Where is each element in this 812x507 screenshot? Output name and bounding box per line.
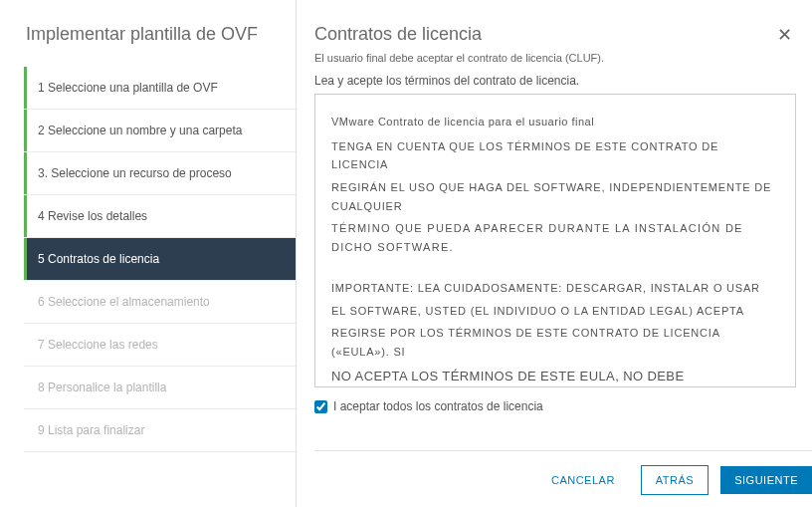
cancel-button[interactable]: CANCELAR: [537, 466, 629, 494]
step-label: 3. Seleccione un recurso de proceso: [38, 166, 232, 180]
step-4[interactable]: 4 Revise los detalles: [24, 195, 296, 238]
step-label: 6 Seleccione el almacenamiento: [38, 295, 210, 309]
main-panel: Contratos de licencia ✕ El usuario final…: [297, 0, 812, 507]
spacer: [331, 261, 779, 279]
license-line: REGIRSE POR LOS TÉRMINOS DE ESTE CONTRAT…: [331, 324, 779, 361]
step-label: 1 Seleccione una plantilla de OVF: [38, 81, 218, 95]
step-6: 6 Seleccione el almacenamiento: [24, 281, 296, 324]
step-3[interactable]: 3. Seleccione un recurso de proceso: [24, 152, 296, 195]
step-label: 7 Seleccione las redes: [38, 338, 158, 352]
step-2[interactable]: 2 Seleccione un nombre y una carpeta: [24, 110, 296, 152]
license-line: NO ACEPTA LOS TÉRMINOS DE ESTE EULA, NO …: [331, 366, 779, 387]
license-line: IMPORTANTE: LEA CUIDADOSAMENTE: DESCARGA…: [331, 279, 779, 298]
accept-label: I aceptar todos los contratos de licenci…: [333, 399, 543, 413]
step-7: 7 Seleccione las redes: [24, 324, 296, 367]
step-8: 8 Personalice la plantilla: [24, 367, 296, 409]
accept-checkbox[interactable]: [314, 400, 327, 413]
step-label: 8 Personalice la plantilla: [38, 380, 166, 394]
step-label: 5 Contratos de licencia: [38, 252, 159, 266]
step-label: 2 Seleccione un nombre y una carpeta: [38, 124, 242, 137]
wizard-steps: 1 Seleccione una plantilla de OVF 2 Sele…: [24, 67, 296, 452]
wizard-sidebar: Implementar plantilla de OVF 1 Seleccion…: [0, 0, 297, 507]
step-label: 4 Revise los detalles: [38, 209, 147, 223]
accept-row: I aceptar todos los contratos de licenci…: [314, 399, 796, 413]
step-5[interactable]: 5 Contratos de licencia: [24, 238, 296, 281]
step-label: 9 Lista para finalizar: [38, 423, 144, 437]
main-header: Contratos de licencia ✕: [314, 24, 796, 46]
close-icon[interactable]: ✕: [773, 24, 796, 46]
license-line: TÉRMINO QUE PUEDA APARECER DURANTE LA IN…: [331, 219, 779, 256]
instruction-text: Lea y acepte los términos del contrato d…: [314, 74, 796, 88]
license-line: TENGA EN CUENTA QUE LOS TÉRMINOS DE ESTE…: [331, 137, 779, 174]
license-heading: VMware Contrato de licencia para el usua…: [331, 113, 779, 131]
page-subtitle: El usuario final debe aceptar el contrat…: [314, 52, 796, 64]
wizard-title: Implementar plantilla de OVF: [24, 24, 296, 45]
license-line: REGIRÁN EL USO QUE HAGA DEL SOFTWARE, IN…: [331, 178, 779, 215]
step-1[interactable]: 1 Seleccione una plantilla de OVF: [24, 67, 296, 110]
license-line: EL SOFTWARE, USTED (EL INDIVIDUO O LA EN…: [331, 302, 779, 321]
step-9: 9 Lista para finalizar: [24, 409, 296, 452]
next-button[interactable]: SIGUIENTE: [720, 466, 812, 494]
license-text-area[interactable]: VMware Contrato de licencia para el usua…: [314, 94, 796, 387]
back-button[interactable]: ATRÁS: [641, 465, 709, 495]
page-title: Contratos de licencia: [314, 24, 482, 45]
wizard-footer: CANCELAR ATRÁS SIGUIENTE: [314, 450, 812, 495]
